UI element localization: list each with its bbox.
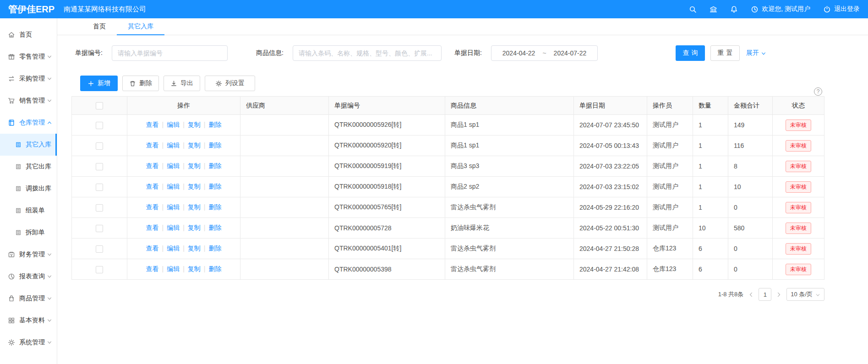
page-number[interactable]: 1 <box>759 288 771 301</box>
bill-no-input[interactable] <box>112 45 228 61</box>
column-settings-button[interactable]: 列设置 <box>205 76 255 91</box>
row-checkbox[interactable] <box>96 225 103 232</box>
sidebar-item-sales-mgmt[interactable]: 销售管理 <box>0 90 57 112</box>
op-edit-link[interactable]: 编辑 <box>167 162 180 169</box>
op-delete-link[interactable]: 删除 <box>208 121 221 128</box>
row-checkbox[interactable] <box>96 204 103 212</box>
sidebar-item-other-inbound[interactable]: 其它入库 <box>0 134 57 156</box>
sidebar-item-retail-mgmt[interactable]: 零售管理 <box>0 46 57 68</box>
row-checkbox[interactable] <box>96 122 103 129</box>
op-separator: | <box>204 141 206 149</box>
op-view-link[interactable]: 查看 <box>146 162 159 169</box>
op-copy-link[interactable]: 复制 <box>188 162 201 169</box>
op-delete-link[interactable]: 删除 <box>208 141 221 149</box>
op-edit-link[interactable]: 编辑 <box>167 183 180 190</box>
date-from-value[interactable]: 2024-04-22 <box>502 49 535 57</box>
bell-icon[interactable] <box>730 5 738 13</box>
sidebar-item-report-query[interactable]: 报表查询 <box>0 266 57 288</box>
chevron-left-icon[interactable] <box>748 292 754 298</box>
user-welcome[interactable]: 欢迎您, 测试用户 <box>751 5 810 13</box>
sidebar-item-assembly-order[interactable]: 组装单 <box>0 200 57 222</box>
sidebar-item-other-outbound[interactable]: 其它出库 <box>0 156 57 178</box>
help-icon[interactable]: ? <box>814 87 822 96</box>
sidebar-item-label: 财务管理 <box>19 250 45 259</box>
bill-no-cell: QTRK00000005920[转] <box>329 136 445 156</box>
op-copy-link[interactable]: 复制 <box>188 141 201 149</box>
page-size-value: 10 条/页 <box>791 290 813 299</box>
op-edit-link[interactable]: 编辑 <box>167 244 180 252</box>
operator-cell: 测试用户 <box>647 218 693 239</box>
sidebar-item-product-mgmt[interactable]: 商品管理 <box>0 288 57 310</box>
op-delete-link[interactable]: 删除 <box>208 224 221 231</box>
op-separator: | <box>204 244 206 252</box>
row-checkbox[interactable] <box>96 245 103 253</box>
delete-button[interactable]: 删除 <box>122 76 159 91</box>
sidebar-item-transfer-outbound[interactable]: 调拨出库 <box>0 178 57 200</box>
op-view-link[interactable]: 查看 <box>146 141 159 149</box>
sidebar-item-system-mgmt[interactable]: 系统管理 <box>0 331 57 353</box>
sidebar-item-purchase-mgmt[interactable]: 采购管理 <box>0 68 57 90</box>
date-range-picker[interactable]: 2024-04-22 ~ 2024-07-22 <box>491 45 598 61</box>
page-size-select[interactable]: 10 条/页 <box>786 288 824 301</box>
sidebar-item-label: 其它出库 <box>26 163 51 171</box>
bill-date-label: 单据日期: <box>454 49 486 57</box>
op-copy-link[interactable]: 复制 <box>188 244 201 252</box>
sidebar-item-home[interactable]: 首页 <box>0 24 57 46</box>
row-checkbox[interactable] <box>96 266 103 273</box>
bank-icon[interactable] <box>710 5 717 13</box>
export-button[interactable]: 导出 <box>164 76 200 91</box>
sidebar-item-label: 仓库管理 <box>19 119 45 127</box>
op-view-link[interactable]: 查看 <box>146 265 159 272</box>
op-view-link[interactable]: 查看 <box>146 183 159 190</box>
op-delete-link[interactable]: 删除 <box>208 162 221 169</box>
sidebar-item-warehouse-mgmt[interactable]: 仓库管理 <box>0 112 57 134</box>
col-header-qty: 数量 <box>693 97 728 115</box>
reset-button[interactable]: 重置 <box>710 45 740 61</box>
op-copy-link[interactable]: 复制 <box>188 265 201 272</box>
op-edit-link[interactable]: 编辑 <box>167 141 180 149</box>
op-delete-link[interactable]: 删除 <box>208 183 221 190</box>
select-all-checkbox[interactable] <box>96 102 103 109</box>
expand-toggle[interactable]: 展开 <box>746 49 766 57</box>
amount-cell: 10 <box>728 177 773 197</box>
operator-cell: 测试用户 <box>647 197 693 218</box>
op-copy-link[interactable]: 复制 <box>188 183 201 190</box>
table-toolbar: 新增 删除 导出 列设置 <box>71 76 824 91</box>
op-view-link[interactable]: 查看 <box>146 244 159 252</box>
op-view-link[interactable]: 查看 <box>146 224 159 231</box>
status-cell: 未审核 <box>773 136 824 156</box>
sidebar-item-finance-mgmt[interactable]: 财务管理 <box>0 244 57 266</box>
row-checkbox[interactable] <box>96 142 103 150</box>
sidebar-item-base-data[interactable]: 基本资料 <box>0 310 57 331</box>
row-checkbox[interactable] <box>96 184 103 191</box>
op-view-link[interactable]: 查看 <box>146 121 159 128</box>
op-edit-link[interactable]: 编辑 <box>167 203 180 211</box>
op-delete-link[interactable]: 删除 <box>208 244 221 252</box>
op-edit-link[interactable]: 编辑 <box>167 224 180 231</box>
product-info-input[interactable] <box>293 45 442 61</box>
date-to-value[interactable]: 2024-07-22 <box>554 49 587 57</box>
sidebar-item-disassembly-order[interactable]: 拆卸单 <box>0 222 57 244</box>
supplier-cell <box>240 115 329 136</box>
date-cell: 2024-05-29 22:16:20 <box>574 197 647 218</box>
op-separator: | <box>204 183 206 190</box>
tab-home[interactable]: 首页 <box>82 18 117 35</box>
op-copy-link[interactable]: 复制 <box>188 224 201 231</box>
search-button[interactable]: 查询 <box>676 45 705 61</box>
search-icon[interactable] <box>689 5 697 13</box>
op-delete-link[interactable]: 删除 <box>208 203 221 211</box>
op-edit-link[interactable]: 编辑 <box>167 121 180 128</box>
chevron-right-icon[interactable] <box>776 292 782 298</box>
op-copy-link[interactable]: 复制 <box>188 203 201 211</box>
op-view-link[interactable]: 查看 <box>146 203 159 211</box>
tab-other-inbound[interactable]: 其它入库 <box>117 18 164 35</box>
row-checkbox[interactable] <box>96 163 103 170</box>
add-button[interactable]: 新增 <box>80 76 118 91</box>
op-copy-link[interactable]: 复制 <box>188 121 201 128</box>
op-separator: | <box>162 162 164 169</box>
op-edit-link[interactable]: 编辑 <box>167 265 180 272</box>
chevron-down-icon <box>47 252 52 257</box>
logout-button[interactable]: 退出登录 <box>823 5 860 13</box>
sidebar-item-label: 商品管理 <box>19 294 45 303</box>
op-delete-link[interactable]: 删除 <box>208 265 221 272</box>
